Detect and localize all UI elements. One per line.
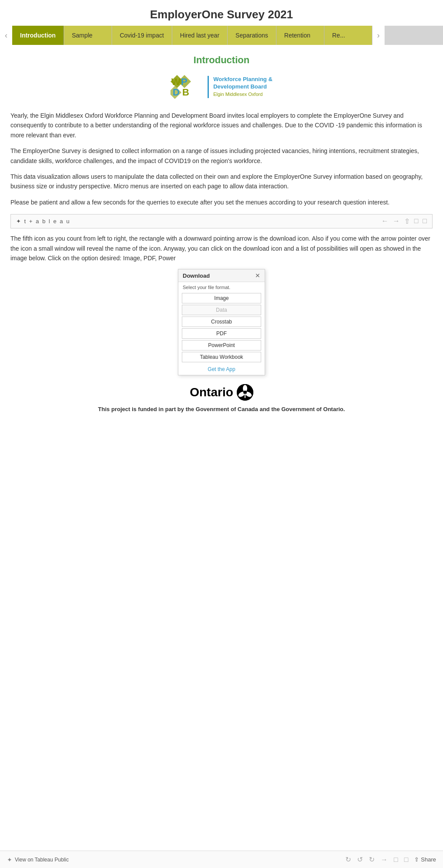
below-toolbar-text: The fifth icon as you count from left to… <box>10 234 433 263</box>
comment-icon[interactable]: □ <box>414 217 419 225</box>
back-icon[interactable]: ← <box>382 217 388 225</box>
intro-heading: Introduction <box>0 54 443 66</box>
svg-rect-12 <box>245 394 245 398</box>
ontario-logo-area: Ontario <box>10 384 433 401</box>
download-crosstab-btn[interactable]: Crosstab <box>182 317 261 327</box>
content-body: Yearly, the Elgin Middlesex Oxford Workf… <box>3 111 440 412</box>
ontario-trillium-icon <box>237 384 253 401</box>
download-pdf-btn[interactable]: PDF <box>182 328 261 339</box>
tab-retention[interactable]: Retention <box>276 26 324 45</box>
download-dialog: Download ✕ Select your file format. Imag… <box>178 269 265 375</box>
tableau-public-icon: ✦ <box>7 856 12 863</box>
bottom-right: ↻ ↺ ↻ → □ □ ⇧ Share <box>345 855 436 864</box>
download-image-btn[interactable]: Image <box>182 293 261 303</box>
funding-text: This project is funded in part by the Go… <box>10 406 433 412</box>
comment-icon-bottom[interactable]: □ <box>394 856 398 864</box>
forward-icon[interactable]: → <box>393 217 400 225</box>
reset-icon[interactable]: ↻ <box>369 855 375 864</box>
tab-covid19[interactable]: Covid-19 impact <box>112 26 172 45</box>
download-dialog-wrap: Download ✕ Select your file format. Imag… <box>10 269 433 375</box>
intro-para-2: The EmployerOne Survey is designed to co… <box>10 146 433 166</box>
intro-para-4: Please be patient and allow a few second… <box>10 197 433 207</box>
svg-text:D: D <box>173 87 180 98</box>
page-title: EmployerOne Survey 2021 <box>0 0 443 26</box>
logo-line1: Workforce Planning & <box>213 76 273 83</box>
ontario-text: Ontario <box>190 385 233 399</box>
share-label: Share <box>421 856 436 863</box>
logo-line3: Elgin Middlesex Oxford <box>213 91 273 98</box>
dialog-close-button[interactable]: ✕ <box>255 272 260 279</box>
logo-line2: Development Board <box>213 83 273 91</box>
bottom-left: ✦ View on Tableau Public <box>7 856 69 863</box>
share-icon[interactable]: ⇧ <box>404 217 410 225</box>
share-button[interactable]: ⇧ Share <box>414 856 436 863</box>
download-data-btn[interactable]: Data <box>182 305 261 315</box>
undo-icon[interactable]: ↻ <box>345 855 351 864</box>
tab-sample[interactable]: Sample <box>64 26 112 45</box>
intro-para-1: Yearly, the Elgin Middlesex Oxford Workf… <box>10 111 433 140</box>
tableau-toolbar: ✦ t + a b l e a u ← → ⇧ □ □ <box>10 214 433 228</box>
next-icon[interactable]: → <box>381 856 388 864</box>
view-on-tableau-label[interactable]: View on Tableau Public <box>15 857 69 863</box>
download-powerpoint-btn[interactable]: PowerPoint <box>182 340 261 351</box>
svg-text:P: P <box>181 76 187 87</box>
download-tableau-workbook-btn[interactable]: Tableau Workbook <box>182 352 261 362</box>
dialog-subtitle: Select your file format. <box>178 282 265 292</box>
svg-text:W: W <box>171 76 181 87</box>
share-icon-bottom: ⇧ <box>414 856 419 863</box>
redo-icon[interactable]: ↺ <box>357 855 363 864</box>
tab-prev-arrow[interactable]: ‹ <box>0 26 12 45</box>
fullscreen-icon[interactable]: □ <box>404 856 409 864</box>
download-icon[interactable]: □ <box>423 217 427 225</box>
tableau-logo: ✦ t + a b l e a u <box>16 218 70 225</box>
tableau-toolbar-icons: ← → ⇧ □ □ <box>382 217 427 225</box>
tab-next-arrow[interactable]: › <box>372 26 385 45</box>
tab-hired[interactable]: Hired last year <box>172 26 228 45</box>
intro-para-3: This data visualization allows users to … <box>10 172 433 191</box>
get-app-link[interactable]: Get the App <box>178 364 265 375</box>
wpdb-icon: W P D B <box>170 73 203 101</box>
svg-text:B: B <box>182 87 189 98</box>
tab-separations[interactable]: Separations <box>228 26 276 45</box>
tab-introduction[interactable]: Introduction <box>12 26 64 45</box>
bottom-bar: ✦ View on Tableau Public ↻ ↺ ↻ → □ □ ⇧ S… <box>0 851 443 868</box>
tab-navigation: ‹ Introduction Sample Covid-19 impact Hi… <box>0 26 443 45</box>
dialog-header: Download ✕ <box>178 269 265 282</box>
tab-re[interactable]: Re... <box>324 26 372 45</box>
wpdb-logo-area: W P D B Workforce Planning & Development… <box>0 73 443 101</box>
dialog-title: Download <box>183 272 210 279</box>
svg-point-11 <box>243 391 247 394</box>
